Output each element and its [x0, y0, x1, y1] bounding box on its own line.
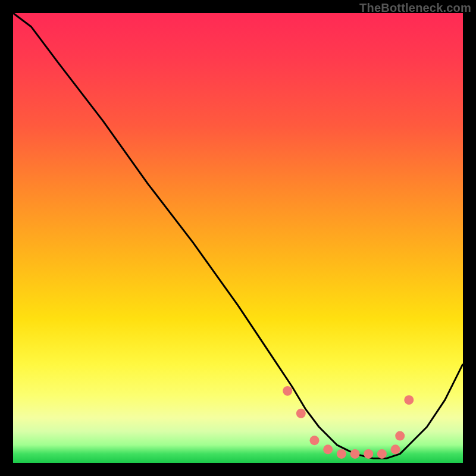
- trough-marker: [283, 386, 292, 396]
- plot-area: [13, 13, 463, 463]
- trough-marker: [377, 449, 387, 459]
- trough-marker: [337, 449, 346, 459]
- trough-marker: [296, 409, 306, 418]
- trough-marker: [323, 444, 333, 454]
- bottleneck-curve-path: [13, 13, 463, 458]
- trough-marker: [310, 436, 320, 445]
- trough-marker: [350, 449, 360, 459]
- chart-frame: TheBottleneck.com: [0, 0, 476, 476]
- trough-markers: [283, 386, 414, 459]
- trough-marker: [404, 395, 414, 405]
- trough-marker: [364, 449, 373, 459]
- trough-marker: [395, 431, 405, 441]
- chart-svg: [13, 13, 463, 463]
- trough-marker: [391, 444, 400, 454]
